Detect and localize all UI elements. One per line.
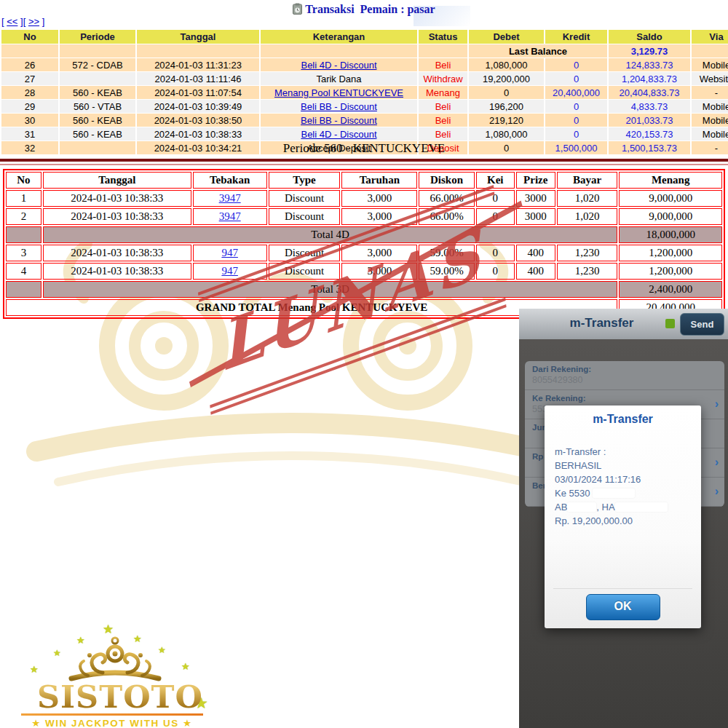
col-tanggal: Tanggal <box>43 172 191 189</box>
keterangan-link[interactable]: Beli 4D - Discount <box>301 129 376 140</box>
pager-nav: [ << ][ >> ] <box>1 16 44 27</box>
star-icon: ★ <box>181 661 190 672</box>
bet-header-row: No Tanggal Tebakan Type Taruhan Diskon K… <box>6 172 722 189</box>
tx-kredit: 0 <box>545 100 607 113</box>
dialog-line: 03/01/2024 11:17:16 <box>555 472 701 486</box>
bet-kei: 0 <box>476 208 515 225</box>
bet-taruhan: 3,000 <box>341 263 417 280</box>
col-keterangan: Keterangan <box>261 30 417 44</box>
tx-tanggal: 2024-01-03 10:38:33 <box>137 127 259 141</box>
tx-periode: 560 - KEAB <box>60 114 135 127</box>
tx-status: Beli <box>419 58 467 71</box>
dialog-line: m-Transfer : <box>555 445 701 459</box>
name-part: , HA <box>596 502 614 513</box>
tebakan-link[interactable]: 3947 <box>219 192 241 204</box>
tx-tanggal: 2024-01-03 11:11:46 <box>137 72 259 85</box>
col-type: Type <box>269 172 341 189</box>
tx-tanggal: 2024-01-03 10:39:49 <box>137 100 259 113</box>
next-page-link[interactable]: >> <box>28 16 39 27</box>
chevron-right-icon: › <box>715 397 719 411</box>
send-button[interactable]: Send <box>680 313 724 336</box>
tx-saldo: 201,033.73 <box>609 114 690 127</box>
tx-saldo: 20,404,833.73 <box>609 86 690 99</box>
last-balance-row: Last Balance 3,129.73 <box>1 44 728 58</box>
ok-button[interactable]: OK <box>586 594 660 620</box>
tx-periode <box>60 72 135 85</box>
mtransfer-header-bar: m-Transfer Send <box>519 309 728 339</box>
empty-cell <box>60 44 135 58</box>
tx-status: Beli <box>419 127 467 141</box>
tx-periode: 560 - VTAB <box>60 100 135 113</box>
bet-tebakan: 3947 <box>193 190 267 207</box>
last-balance-value: 3,129.73 <box>609 44 690 58</box>
bet-total-row: Total 3D2,400,000 <box>6 281 722 298</box>
bet-tanggal: 2024-01-03 10:38:33 <box>43 263 191 280</box>
tx-via: Website <box>692 72 728 85</box>
keterangan-link[interactable]: Beli BB - Discount <box>301 101 377 112</box>
tx-kredit: 20,400,000 <box>545 86 607 99</box>
tx-kredit: 0 <box>545 127 607 141</box>
censor-block <box>567 502 596 512</box>
tx-debet: 196,200 <box>469 100 544 113</box>
bet-row: 32024-01-03 10:38:33947Discount3,00059.0… <box>6 245 722 261</box>
tx-no: 26 <box>1 58 58 71</box>
col-diskon: Diskon <box>419 172 474 189</box>
tx-saldo: 124,833.73 <box>609 58 690 71</box>
tx-kredit: 0 <box>545 58 607 71</box>
bet-table: No Tanggal Tebakan Type Taruhan Diskon K… <box>3 169 725 319</box>
bet-diskon: 66.00% <box>419 190 474 207</box>
status-green-icon <box>665 319 675 328</box>
tx-via: Mobile <box>692 58 728 71</box>
tebakan-link[interactable]: 3947 <box>219 210 241 222</box>
col-menang: Menang <box>619 172 722 189</box>
bet-type: Discount <box>269 208 341 225</box>
bet-tanggal: 2024-01-03 10:38:33 <box>43 208 191 225</box>
total-empty <box>6 281 41 298</box>
total-label: Total 4D <box>43 226 617 243</box>
transaction-row: 26572 - CDAB2024-01-03 11:31:23Beli 4D -… <box>1 58 728 71</box>
tx-keterangan: Menang Pool KENTUCKYEVE <box>261 86 417 99</box>
field-value: 8055429380 <box>532 375 717 385</box>
tx-status: Beli <box>419 100 467 113</box>
tx-tanggal: 2024-01-03 11:07:54 <box>137 86 259 99</box>
bet-diskon: 59.00% <box>419 245 474 261</box>
tebakan-link[interactable]: 947 <box>221 265 238 277</box>
total-empty <box>6 226 41 243</box>
bet-menang: 1,200,000 <box>619 245 722 261</box>
tx-status: Beli <box>419 114 467 127</box>
empty-cell <box>261 44 417 58</box>
total-value: 2,400,000 <box>619 281 722 298</box>
chevron-right-icon: › <box>715 456 719 469</box>
bet-row: 42024-01-03 10:38:33947Discount3,00059.0… <box>6 263 722 280</box>
chevron-right-icon: › <box>715 485 719 498</box>
col-status: Status <box>419 30 467 44</box>
mtransfer-title: m-Transfer <box>519 316 684 331</box>
bet-prize: 3000 <box>516 190 555 207</box>
empty-cell <box>419 44 467 58</box>
col-saldo: Saldo <box>609 30 690 44</box>
bet-row: 12024-01-03 10:38:333947Discount3,00066.… <box>6 190 722 207</box>
bet-menang: 1,200,000 <box>619 263 722 280</box>
tx-keterangan: Tarik Dana <box>261 72 417 85</box>
bet-type: Discount <box>269 245 341 261</box>
tebakan-link[interactable]: 947 <box>221 247 238 258</box>
tx-keterangan: Beli 4D - Discount <box>261 58 417 71</box>
prev-page-link[interactable]: << <box>7 16 17 27</box>
transaction-row: 28560 - KEAB2024-01-03 11:07:54Menang Po… <box>1 86 728 99</box>
dialog-line-ke: Ke 5530 <box>555 486 701 500</box>
keterangan-link[interactable]: Menang Pool KENTUCKYEVE <box>274 87 403 98</box>
last-balance-label: Last Balance <box>469 44 607 58</box>
transactions-table: No Periode Tanggal Keterangan Status Deb… <box>0 29 728 155</box>
keterangan-link[interactable]: Beli BB - Discount <box>301 115 377 126</box>
col-tebakan: Tebakan <box>193 172 267 189</box>
bet-no: 1 <box>6 190 41 207</box>
logo-underline <box>21 713 203 716</box>
tx-via: Mobile <box>692 100 728 113</box>
tx-no: 28 <box>1 86 58 99</box>
col-debet: Debet <box>469 30 544 44</box>
tx-kredit: 0 <box>545 72 607 85</box>
bet-kei: 0 <box>476 245 515 261</box>
tx-debet: 219,120 <box>469 114 544 127</box>
keterangan-link[interactable]: Beli 4D - Discount <box>301 60 376 71</box>
tx-no: 30 <box>1 114 58 127</box>
